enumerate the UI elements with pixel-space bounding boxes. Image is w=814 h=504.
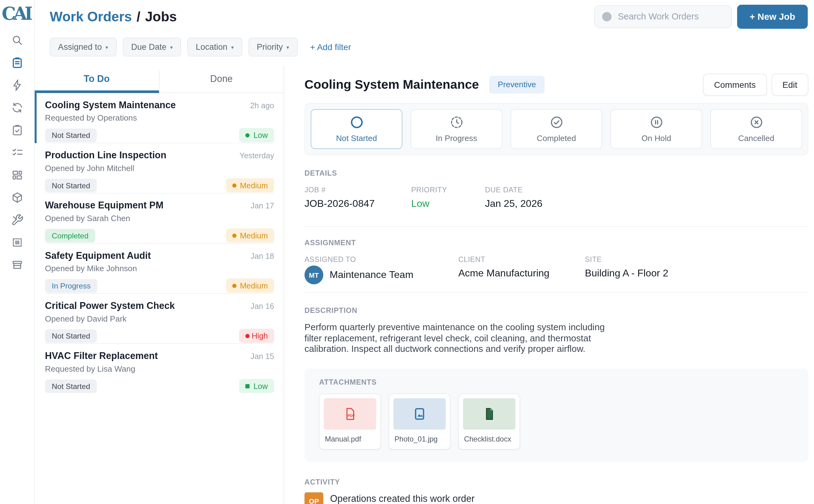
job-time: Yesterday [240,151,274,160]
search-input[interactable] [618,11,724,22]
priority-dot-icon [232,233,237,238]
tab-done[interactable]: Done [159,65,284,92]
chevron-down-icon: ▾ [105,44,108,50]
sidebar-nav [11,34,24,271]
filter-assigned-to[interactable]: Assigned to▾ [50,38,117,57]
section-divider [305,226,808,227]
job-title: Safety Equipment Audit [45,250,151,261]
search-icon[interactable] [11,34,24,47]
doc-thumbnail [463,398,515,429]
job-subtitle: Opened by Mike Johnson [45,264,274,273]
attachments-heading: ATTACHMENTS [319,378,794,386]
status-badge: Not Started [45,178,97,192]
detail-actions: Comments Edit [703,74,808,96]
recurring-sync-icon[interactable] [11,102,24,114]
priority-dot-icon [246,334,250,338]
job-title: Cooling System Maintenance [45,100,176,111]
job-time: Jan 15 [251,352,274,361]
status-badge: Not Started [45,379,97,393]
avatar: MT [305,266,324,284]
storefront-icon[interactable] [11,259,24,271]
filter-priority[interactable]: Priority▾ [249,38,298,57]
status-badge: Not Started [45,128,97,142]
attachment-card[interactable]: Photo_01.jpg [389,393,450,449]
breadcrumb-page: Jobs [145,9,177,24]
tasks-clipboard-check-icon[interactable] [11,124,24,137]
attachment-cards: PDF Manual.pdf Photo_01.jpg [319,393,794,449]
priority-dot-icon [232,183,237,187]
field-assigned-to: ASSIGNED TO MT Maintenance Team [305,255,458,284]
attachment-card[interactable]: Checklist.docx [458,393,520,449]
job-list-item[interactable]: HVAC Filter ReplacementJan 15 Requested … [35,344,284,394]
app-root: CAI [0,0,814,504]
breadcrumb-section[interactable]: Work Orders [50,9,132,24]
status-card-cancelled[interactable]: Cancelled [710,109,802,149]
field-due-date: DUE DATE Jan 25, 2026 [485,186,542,210]
image-file-icon [412,406,427,421]
job-title: Warehouse Equipment PM [45,200,163,211]
status-badge: Completed [45,229,95,242]
field-job-number: JOB # JOB-2026-0847 [305,186,411,210]
job-title: Production Line Inspection [45,150,166,161]
job-list-item[interactable]: Safety Equipment AuditJan 18 Opened by M… [35,244,284,294]
breadcrumb: Work Orders/Jobs [50,9,177,25]
invoice-receipt-icon[interactable] [11,237,24,249]
job-time: Jan 17 [251,201,274,210]
add-filter-button[interactable]: + Add filter [310,42,351,52]
content-split: To Do Done Cooling System Maintenance2h … [35,65,814,504]
assignment-fields: ASSIGNED TO MT Maintenance Team CLIENT A… [305,255,808,284]
comments-button[interactable]: Comments [703,74,767,96]
edit-button[interactable]: Edit [771,74,808,96]
detail-title: Cooling System Maintenance [305,77,479,92]
work-orders-icon[interactable] [11,57,24,69]
attachments-panel: ATTACHMENTS PDF Manual.pdf Ph [305,368,808,462]
main-area: Work Orders/Jobs + New Job Assigned to▾ … [35,0,814,504]
breadcrumb-separator: / [136,9,140,24]
job-list-item[interactable]: Critical Power System CheckJan 16 Opened… [35,294,284,344]
assignment-heading: ASSIGNMENT [305,238,808,247]
activity-text: Operations created this work order [330,493,475,504]
status-card-on-hold[interactable]: On Hold [610,109,702,149]
job-subtitle: Requested by Lisa Wang [45,364,274,374]
job-list-item[interactable]: Warehouse Equipment PMJan 17 Opened by S… [35,193,284,243]
inventory-cube-icon[interactable] [11,191,24,204]
job-list-item[interactable]: Production Line InspectionYesterday Open… [35,143,284,193]
tab-todo[interactable]: To Do [35,65,159,92]
job-time: 2h ago [250,101,274,110]
job-detail-pane: Cooling System Maintenance Preventive Co… [284,65,814,504]
job-list: Cooling System Maintenance2h ago Request… [35,93,284,504]
field-site: SITE Building A - Floor 2 [585,255,669,284]
priority-badge: Low [239,128,274,142]
attachment-card[interactable]: PDF Manual.pdf [319,393,381,449]
search-box[interactable] [594,5,732,28]
job-subtitle: Opened by Sarah Chen [45,214,274,223]
list-tabs: To Do Done [35,65,284,93]
status-badge: In Progress [45,279,97,293]
chevron-down-icon: ▾ [231,44,234,50]
new-job-button[interactable]: + New Job [737,5,808,29]
clock-dashed-icon [449,115,464,130]
description-heading: DESCRIPTION [305,306,808,315]
attachment-name: Manual.pdf [324,429,376,449]
filter-due-date[interactable]: Due Date▾ [123,38,181,57]
brand-logo: CAI [2,4,32,24]
circle-outline-icon [349,115,364,130]
job-subtitle: Opened by John Mitchell [45,164,274,173]
job-subtitle: Requested by Operations [45,113,274,123]
priority-dot-icon [246,133,250,137]
status-card-completed[interactable]: Completed [511,109,602,149]
status-card-not-started[interactable]: Not Started [311,109,402,149]
status-card-in-progress[interactable]: In Progress [411,109,502,149]
job-time: Jan 16 [251,301,274,310]
tools-icon[interactable] [11,214,24,227]
checklist-icon[interactable] [11,147,24,159]
pause-circle-icon [649,115,664,130]
chevron-down-icon: ▾ [287,44,289,50]
filter-location[interactable]: Location▾ [187,38,242,57]
requests-bolt-icon[interactable] [11,79,24,92]
active-tab-underline [35,90,159,93]
job-list-item[interactable]: Cooling System Maintenance2h ago Request… [35,93,284,143]
top-bar: Work Orders/Jobs + New Job [35,0,814,28]
job-title: HVAC Filter Replacement [45,351,158,361]
dashboard-grid-icon[interactable] [11,169,24,182]
